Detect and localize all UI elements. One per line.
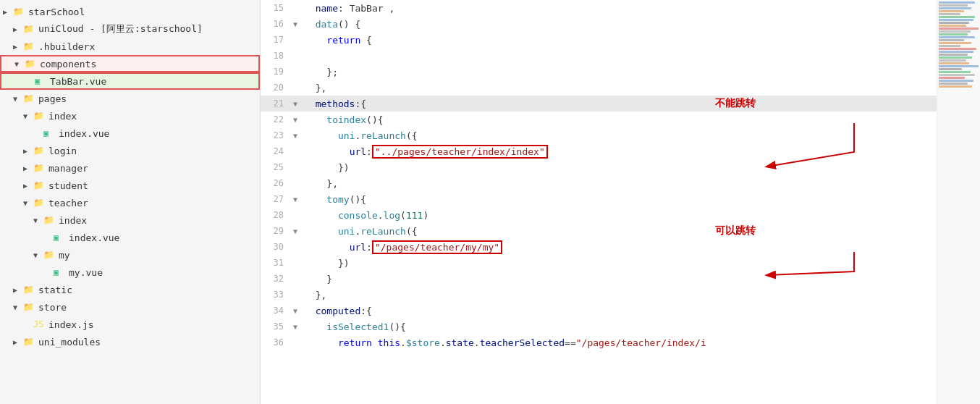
folder-icon: 📁 [43,215,56,225]
tree-item-store-index[interactable]: ▶ JS index.js [0,316,260,333]
tree-item-teacher[interactable]: ▼ 📁 teacher [0,194,260,211]
tree-item-index-vue[interactable]: ▶ ▣ index.vue [0,125,260,142]
code-text: url:"../pages/teacher/index/index" [301,146,548,157]
code-editor[interactable]: 15 name: TabBar , 16 ▼ data() { 17 retur… [261,0,937,404]
expand-arrow: ▶ [13,286,23,294]
tree-item-manager[interactable]: ▶ 📁 manager [0,159,260,177]
code-text: return { [301,35,372,46]
tree-item-hbuilderx[interactable]: ▶ 📁 .hbuilderx [0,38,260,55]
code-line-34: 34 ▼ computed:{ [261,303,937,319]
line-number: 28 [261,210,290,220]
folder-icon: 📁 [23,41,36,51]
folder-icon: 📁 [23,24,36,34]
vue-icon: ▣ [35,76,48,86]
tree-label: my.vue [69,267,103,278]
line-number: 27 [261,194,290,204]
tree-item-starschool[interactable]: ▶ 📁 starSchool [0,3,260,20]
tree-item-unicloud[interactable]: ▶ 📁 uniCloud - [阿里云:starschool] [0,20,260,38]
minimap-line [939,85,972,88]
expand-arrow: ▼ [33,251,43,259]
tree-label: uni_modules [38,337,101,348]
tree-item-teacher-my-vue[interactable]: ▶ ▣ my.vue [0,264,260,281]
line-number: 22 [261,114,290,125]
minimap-line [939,74,975,76]
minimap-line [939,1,975,4]
minimap-line [939,51,973,53]
minimap-line [939,77,965,79]
tree-label: static [38,285,72,295]
tree-item-store[interactable]: ▼ 📁 store [0,298,260,316]
tree-item-login[interactable]: ▶ 📁 login [0,142,260,159]
fold-btn[interactable]: ▼ [290,307,301,315]
code-line-32: 32 } [261,271,937,287]
line-number: 30 [261,242,290,252]
minimap-line [939,59,966,62]
minimap-line [939,4,968,7]
fold-btn[interactable]: ▼ [290,195,301,203]
minimap-line [939,65,979,67]
minimap-line [939,54,968,56]
tree-item-tabbar[interactable]: ▶ ▣ TabBar.vue [0,72,260,90]
line-number: 23 [261,130,290,140]
code-line-20: 20 }, [261,80,937,96]
fold-btn[interactable]: ▼ [290,20,301,28]
file-tree[interactable]: ▶ 📁 starSchool ▶ 📁 uniCloud - [阿里云:stars… [0,0,261,404]
tree-label: index.vue [69,232,119,243]
fold-btn[interactable]: ▼ [290,100,301,108]
code-text: url:"/pages/teacher/my/my" [301,242,502,253]
tree-item-pages-index[interactable]: ▼ 📁 index [0,107,260,125]
code-line-27: 27 ▼ tomy(){ [261,191,937,207]
folder-icon: 📁 [33,180,46,190]
code-line-21: 21 ▼ methods:{ 不能跳转 [261,96,937,111]
fold-btn[interactable]: ▼ [290,132,301,140]
line-number: 31 [261,258,290,268]
line-number: 34 [261,306,290,316]
tree-item-static[interactable]: ▶ 📁 static [0,281,260,298]
code-text: isSelected1(){ [301,321,406,332]
minimap-line [939,33,968,35]
folder-icon: 📁 [33,111,46,121]
line-number: 32 [261,274,290,284]
tree-label: manager [48,163,88,174]
code-line-18: 18 [261,48,937,64]
vue-icon: ▣ [54,267,67,277]
minimap-line [939,71,971,73]
minimap-line [939,42,971,44]
minimap-line [939,45,960,47]
tree-item-components[interactable]: ▼ 📁 components [0,55,260,72]
expand-arrow: ▶ [13,338,23,346]
fold-btn[interactable]: ▼ [290,323,301,331]
line-number: 19 [261,67,290,77]
minimap-line [939,25,966,27]
tree-label: my [59,250,70,261]
minimap-line [939,19,973,21]
code-text: uni.reLaunch({ [301,130,418,141]
fold-btn[interactable]: ▼ [290,116,301,124]
code-text: return this.$store.state.teacherSelected… [301,337,706,348]
tree-item-teacher-my[interactable]: ▼ 📁 my [0,246,260,264]
js-icon: JS [33,319,46,329]
code-text: data() { [301,19,360,30]
tree-item-teacher-index[interactable]: ▼ 📁 index [0,211,260,229]
tree-item-teacher-index-vue[interactable]: ▶ ▣ index.vue [0,229,260,246]
vue-icon: ▣ [54,232,67,243]
code-line-30: 30 url:"/pages/teacher/my/my" [261,239,937,255]
line-number: 15 [261,3,290,13]
minimap-line [939,62,969,64]
fold-btn[interactable]: ▼ [290,227,301,235]
code-text: console.log(111) [301,210,428,221]
expand-arrow: ▼ [23,199,33,207]
minimap-line [939,13,960,15]
expand-arrow: ▼ [13,95,23,103]
code-text: } [301,274,332,285]
tree-label: login [48,146,77,156]
tree-item-pages[interactable]: ▼ 📁 pages [0,90,260,107]
minimap-line [939,30,971,33]
line-number: 21 [261,98,290,109]
minimap-line [939,80,973,82]
tree-item-student[interactable]: ▶ 📁 student [0,177,260,194]
code-line-23: 23 ▼ uni.reLaunch({ [261,127,937,143]
folder-icon: 📁 [23,337,36,347]
tree-item-uni-modules[interactable]: ▶ 📁 uni_modules [0,333,260,350]
folder-icon: 📁 [33,198,46,208]
